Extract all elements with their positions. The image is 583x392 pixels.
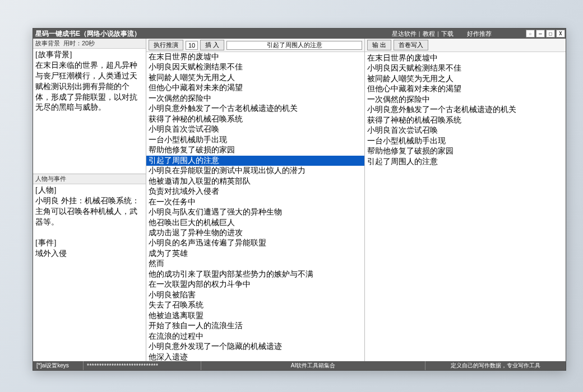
story-bg-header: 故事背景 用时： 20秒 bbox=[33, 39, 146, 49]
maximize-button[interactable]: □ bbox=[546, 30, 555, 38]
left-column: 故事背景 用时： 20秒 人物与事件 bbox=[33, 39, 146, 361]
story-line[interactable]: 帮助他修复了破损的家园 bbox=[146, 145, 364, 155]
story-line[interactable]: 小明良意外发现了一个隐藏的机械遗迹 bbox=[146, 342, 364, 352]
story-line[interactable]: 他被迫逃离联盟 bbox=[146, 311, 364, 321]
story-line[interactable]: 在一次任务中 bbox=[146, 197, 364, 207]
time-value: 20秒 bbox=[82, 39, 95, 48]
main-area: 故事背景 用时： 20秒 人物与事件 执行推演 插 入 在末日世界的废墟中小明良… bbox=[33, 39, 566, 361]
right-column: 输 出 首卷写入 bbox=[365, 39, 566, 361]
app-window: 星码一键成书E（网络小说故事流） 星达软件 | 教程 | 下载 好作推荐 ☆ –… bbox=[33, 28, 566, 371]
story-line[interactable]: 小明良被陷害 bbox=[146, 290, 364, 300]
story-line[interactable]: 在流浪的过程中 bbox=[146, 332, 364, 342]
story-line[interactable]: 一台小型机械助手出现 bbox=[146, 135, 364, 145]
story-line[interactable]: 他的成功引来了联盟内部某些势力的嫉妒与不满 bbox=[146, 269, 364, 279]
status-bar: [*]ai设置keys ****************************… bbox=[33, 361, 566, 370]
current-line-input[interactable] bbox=[226, 41, 362, 50]
title-bar: 星码一键成书E（网络小说故事流） 星达软件 | 教程 | 下载 好作推荐 ☆ –… bbox=[33, 29, 566, 39]
count-input[interactable] bbox=[186, 41, 198, 50]
char-event-input[interactable] bbox=[33, 184, 146, 361]
story-line-list[interactable]: 在末日世界的废墟中小明良因天赋检测结果不佳被同龄人嘲笑为无用之人但他心中藏着对未… bbox=[146, 52, 364, 361]
story-line[interactable]: 引起了周围人的注意 bbox=[146, 156, 364, 166]
title-link-tutorial[interactable]: 教程 bbox=[420, 30, 437, 38]
window-controls: ☆ – □ X bbox=[525, 29, 566, 39]
story-line[interactable]: 小明良首次尝试召唤 bbox=[146, 124, 364, 134]
window-title: 星码一键成书E（网络小说故事流） bbox=[35, 29, 141, 39]
story-bg-label: 故事背景 bbox=[35, 39, 60, 48]
title-link-software[interactable]: 星达软件 bbox=[390, 30, 419, 38]
time-label: 用时： bbox=[63, 39, 82, 48]
write-chapter-button[interactable]: 首卷写入 bbox=[394, 40, 428, 50]
masked-keys: ***************************** bbox=[84, 361, 201, 370]
status-right-link[interactable]: 定义自己的写作数据，专业写作工具 bbox=[425, 361, 566, 370]
recommend-button[interactable]: 好作推荐 bbox=[456, 30, 503, 38]
story-line[interactable]: 负责对抗域外入侵者 bbox=[146, 186, 364, 197]
story-line[interactable]: 他召唤出巨大的机械巨人 bbox=[146, 218, 364, 228]
story-line[interactable]: 成为了英雄 bbox=[146, 249, 364, 259]
minimize-button[interactable]: – bbox=[536, 30, 545, 38]
middle-toolbar: 执行推演 插 入 bbox=[146, 39, 364, 52]
story-line[interactable]: 在末日世界的废墟中 bbox=[146, 52, 364, 62]
char-event-header: 人物与事件 bbox=[33, 174, 146, 184]
story-line[interactable]: 但他心中藏着对未来的渴望 bbox=[146, 83, 364, 93]
insert-button[interactable]: 插 入 bbox=[200, 40, 224, 50]
story-line[interactable]: 他被邀请加入联盟的精英部队 bbox=[146, 176, 364, 186]
story-bg-input[interactable] bbox=[33, 49, 146, 174]
story-line[interactable]: 成功击退了异种生物的进攻 bbox=[146, 228, 364, 238]
story-line[interactable]: 在一次联盟内部的权力斗争中 bbox=[146, 279, 364, 290]
story-line[interactable]: 获得了神秘的机械召唤系统 bbox=[146, 114, 364, 124]
story-line[interactable]: 他深入遗迹 bbox=[146, 352, 364, 361]
story-line[interactable]: 小明良在异能联盟的测试中展现出惊人的潜力 bbox=[146, 166, 364, 176]
story-line[interactable]: 然而 bbox=[146, 259, 364, 269]
result-output[interactable] bbox=[365, 52, 566, 361]
status-center-link[interactable]: AI软件工具箱集合 bbox=[201, 361, 425, 370]
story-line[interactable]: 一次偶然的探险中 bbox=[146, 94, 364, 104]
story-line[interactable]: 开始了独自一人的流浪生活 bbox=[146, 321, 364, 331]
story-line[interactable]: 小明良的名声迅速传遍了异能联盟 bbox=[146, 238, 364, 248]
story-line[interactable]: 小明良意外触发了一个古老机械遗迹的机关 bbox=[146, 104, 364, 114]
star-icon[interactable]: ☆ bbox=[526, 30, 535, 38]
output-button[interactable]: 输 出 bbox=[367, 40, 391, 50]
story-line[interactable]: 被同龄人嘲笑为无用之人 bbox=[146, 73, 364, 83]
middle-column: 执行推演 插 入 在末日世界的废墟中小明良因天赋检测结果不佳被同龄人嘲笑为无用之… bbox=[146, 39, 365, 361]
title-link-download[interactable]: 下载 bbox=[439, 30, 456, 38]
story-line[interactable]: 失去了召唤系统 bbox=[146, 300, 364, 310]
execute-button[interactable]: 执行推演 bbox=[149, 40, 183, 50]
right-toolbar: 输 出 首卷写入 bbox=[365, 39, 566, 52]
close-button[interactable]: X bbox=[556, 30, 565, 38]
story-line[interactable]: 小明良与队友们遭遇了强大的异种生物 bbox=[146, 207, 364, 217]
story-line[interactable]: 小明良因天赋检测结果不佳 bbox=[146, 62, 364, 72]
ai-keys-button[interactable]: [*]ai设置keys bbox=[33, 361, 84, 370]
